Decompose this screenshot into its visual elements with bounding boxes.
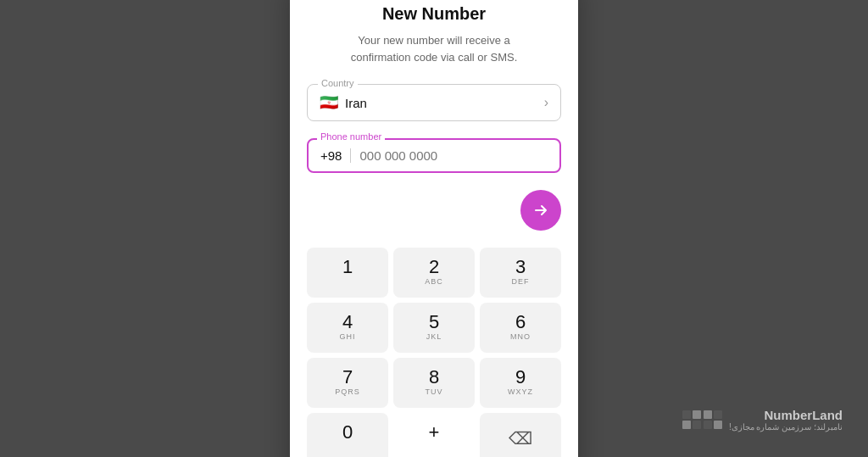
numpad-4[interactable]: 4 GHI	[307, 303, 388, 353]
logo-cell-8	[714, 421, 722, 429]
watermark-brand: NumberLand	[764, 408, 843, 422]
chevron-right-icon: ›	[544, 95, 548, 110]
watermark-logo	[682, 410, 722, 429]
next-btn-row	[307, 190, 561, 231]
logo-cell-6	[714, 410, 722, 419]
country-flag: 🇮🇷	[320, 93, 338, 112]
numpad-6[interactable]: 6 MNO	[480, 303, 561, 353]
country-selector[interactable]: Country 🇮🇷 Iran ›	[307, 84, 561, 121]
logo-cell-2	[693, 410, 701, 419]
country-label: Country	[318, 78, 358, 88]
phone-field-label: Phone number	[317, 131, 385, 142]
watermark: NumberLand نامبرلند؛ سرزمین شماره مجازی!	[682, 408, 843, 432]
logo-cell-1	[682, 410, 691, 419]
phone-field-wrapper: Phone number +98	[307, 138, 561, 173]
numpad-7[interactable]: 7 PQRS	[307, 358, 388, 408]
phone-field: +98	[307, 138, 561, 173]
country-left: 🇮🇷 Iran	[320, 93, 367, 112]
logo-cell-3	[682, 421, 691, 429]
numpad-2[interactable]: 2 ABC	[393, 248, 475, 298]
numpad-backspace[interactable]: ⌫	[480, 413, 561, 457]
backspace-icon: ⌫	[509, 428, 532, 449]
watermark-tagline: نامبرلند؛ سرزمین شماره مجازی!	[729, 422, 843, 432]
numpad-3[interactable]: 3 DEF	[480, 248, 561, 298]
numpad: 1 2 ABC 3 DEF 4 GHI 5 JKL 6 MNO 7 PQRS 8	[307, 248, 561, 457]
page-subtitle: Your new number will receive a confirmat…	[332, 32, 536, 65]
logo-cell-7	[704, 421, 712, 429]
numpad-plus[interactable]: +	[393, 413, 475, 457]
page-title: New Number	[382, 4, 486, 24]
logo-block-2	[704, 410, 722, 429]
logo-cell-4	[693, 421, 701, 429]
numpad-8[interactable]: 8 TUV	[393, 358, 475, 408]
numpad-0[interactable]: 0	[307, 413, 388, 457]
arrow-right-icon	[532, 202, 549, 219]
dial-code: +98	[320, 148, 351, 163]
numpad-1[interactable]: 1	[307, 248, 388, 298]
phone-input[interactable]	[359, 148, 548, 163]
logo-block	[682, 410, 701, 429]
new-number-card: New Number Your new number will receive …	[290, 0, 578, 457]
numpad-5[interactable]: 5 JKL	[393, 303, 475, 353]
watermark-text: NumberLand نامبرلند؛ سرزمین شماره مجازی!	[729, 408, 843, 432]
numpad-9[interactable]: 9 WXYZ	[480, 358, 561, 408]
country-name: Iran	[345, 96, 367, 110]
logo-cell-5	[704, 410, 712, 419]
next-button[interactable]	[520, 190, 561, 231]
